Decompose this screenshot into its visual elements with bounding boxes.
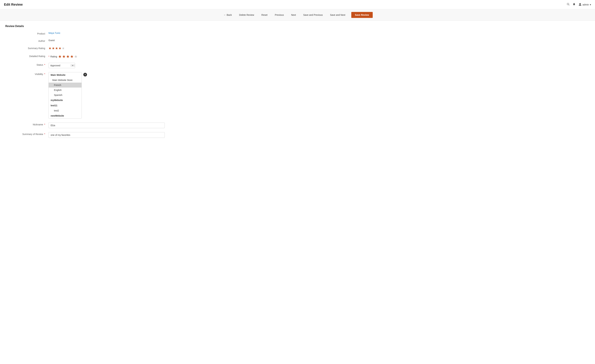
nickname-label: Nickname * (5, 123, 49, 126)
summary-rating-row: Summary Rating ★ ★ ★ ★ ★ (5, 46, 590, 50)
nickname-required-star: * (44, 123, 45, 126)
save-review-button[interactable]: Save Review (351, 12, 373, 18)
user-label: admin (582, 3, 589, 6)
product-row: Product Maya Tunic (5, 32, 590, 35)
product-link[interactable]: Maya Tunic (49, 32, 60, 34)
status-required-star: * (44, 63, 45, 66)
visibility-item-main-website-store[interactable]: Main Website Store (49, 78, 82, 82)
summary-review-value (49, 132, 590, 138)
status-row: Status * Approved Pending Not Approved ▾ (5, 63, 590, 68)
author-label: Author (5, 39, 49, 42)
summary-review-row: Summary of Review * (5, 132, 590, 138)
star-1[interactable]: ★ (49, 46, 51, 50)
visibility-label: Visibility * (5, 72, 49, 76)
visibility-list[interactable]: Main Website Main Website Store French E… (49, 72, 82, 119)
summary-review-label: Summary of Review * (5, 132, 49, 136)
bell-icon[interactable] (573, 3, 576, 7)
next-button[interactable]: Next (290, 13, 297, 17)
visibility-row: Visibility * Main Website Main Website S… (5, 72, 590, 119)
visibility-item-french[interactable]: French (49, 82, 82, 88)
star-2[interactable]: ★ (52, 46, 55, 50)
previous-button[interactable]: Previous (273, 13, 285, 17)
status-dropdown-arrow[interactable]: ▾ (71, 64, 75, 67)
save-and-next-button[interactable]: Save and Next (329, 13, 347, 17)
svg-line-1 (569, 5, 569, 5)
svg-point-0 (567, 3, 569, 5)
topbar: Edit Review admin ▾ (0, 0, 595, 9)
summary-review-input[interactable] (49, 132, 165, 138)
page-title: Edit Review (4, 3, 23, 7)
author-value: Guest (49, 39, 590, 42)
nickname-value (49, 123, 590, 128)
detailed-required-star: * (49, 55, 49, 58)
status-value: Approved Pending Not Approved ▾ (49, 63, 590, 68)
visibility-required-star: * (44, 73, 45, 76)
visibility-item-english[interactable]: English (49, 88, 82, 93)
user-menu[interactable]: admin ▾ (579, 3, 591, 6)
toolbar: ← Back Delete Review Reset Previous Next… (0, 9, 595, 21)
visibility-item-store1[interactable]: store1 (49, 118, 82, 119)
detail-star-4[interactable]: ★ (70, 54, 74, 59)
user-chevron-icon: ▾ (590, 3, 591, 6)
star-3[interactable]: ★ (55, 46, 58, 50)
status-select[interactable]: Approved Pending Not Approved (49, 63, 71, 68)
detail-star-5[interactable]: ★ (74, 54, 78, 59)
summary-rating-label: Summary Rating (5, 46, 49, 50)
status-select-wrapper: Approved Pending Not Approved ▾ (49, 63, 75, 68)
product-label: Product (5, 32, 49, 35)
detailed-rating-value: * Rating ★ ★ ★ ★ ★ (49, 54, 590, 59)
star-4[interactable]: ★ (58, 46, 61, 50)
visibility-group-mywebsite: myWebsite (49, 97, 82, 103)
visibility-group-main-website: Main Website (49, 72, 82, 78)
visibility-group-test11: test11 (49, 103, 82, 108)
visibility-group-newwebsite: newWebsite (49, 113, 82, 118)
detail-star-2[interactable]: ★ (62, 54, 66, 59)
detail-star-1[interactable]: ★ (58, 54, 62, 59)
summary-rating-value: ★ ★ ★ ★ ★ (49, 46, 590, 50)
save-and-previous-button[interactable]: Save and Previous (302, 13, 324, 17)
detailed-rating-group: * Rating ★ ★ ★ ★ ★ (49, 54, 590, 59)
user-icon (579, 3, 581, 6)
detail-star-3[interactable]: ★ (66, 54, 70, 59)
topbar-right: admin ▾ (567, 3, 591, 7)
visibility-item-test2[interactable]: test2 (49, 108, 82, 113)
delete-review-button[interactable]: Delete Review (238, 13, 255, 17)
detailed-rating-label: Detailed Rating (5, 54, 49, 58)
back-button[interactable]: ← Back (222, 13, 233, 17)
search-icon[interactable] (567, 3, 570, 7)
content-area: Review Details Product Maya Tunic Author… (0, 21, 595, 146)
star-5[interactable]: ★ (62, 46, 65, 50)
detailed-stars[interactable]: ★ ★ ★ ★ ★ (58, 54, 78, 59)
rating-sublabel: Rating (50, 55, 57, 58)
summary-review-required-star: * (44, 133, 45, 136)
author-row: Author Guest (5, 39, 590, 42)
visibility-value: Main Website Main Website Store French E… (49, 72, 590, 119)
section-title: Review Details (5, 25, 590, 28)
detailed-rating-row: Detailed Rating * Rating ★ ★ ★ ★ ★ (5, 54, 590, 59)
product-value: Maya Tunic (49, 32, 590, 34)
nickname-input[interactable] (49, 123, 165, 128)
visibility-container: Main Website Main Website Store French E… (49, 72, 590, 119)
visibility-help-icon[interactable]: ? (83, 73, 87, 76)
status-label: Status * (5, 63, 49, 66)
summary-stars[interactable]: ★ ★ ★ ★ ★ (49, 46, 590, 50)
reset-button[interactable]: Reset (260, 13, 269, 17)
visibility-item-spanish[interactable]: Spanish (49, 93, 82, 97)
nickname-row: Nickname * (5, 123, 590, 128)
